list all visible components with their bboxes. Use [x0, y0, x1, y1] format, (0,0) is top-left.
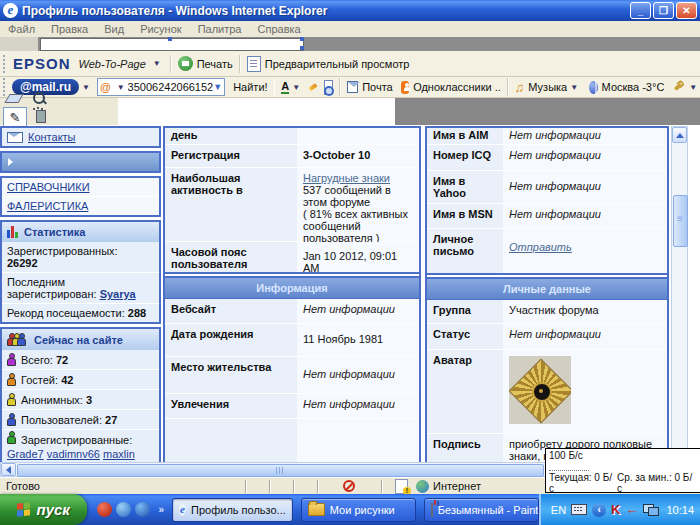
- music-icon[interactable]: ♫: [515, 81, 525, 94]
- row-label: Наибольшая активность в: [165, 168, 297, 241]
- user-link[interactable]: Grade7: [7, 448, 44, 460]
- selection-handle[interactable]: [300, 46, 304, 50]
- eraser-tool[interactable]: [3, 89, 25, 107]
- toolbar-grip[interactable]: [3, 55, 8, 73]
- magnifier-tool[interactable]: [28, 89, 50, 107]
- task-button-ie[interactable]: e Профиль пользо...: [172, 498, 293, 522]
- web-to-page-button[interactable]: Web-To-Page: [79, 58, 146, 70]
- online-total-value: 72: [56, 354, 68, 366]
- weather-globe-icon[interactable]: [589, 81, 597, 94]
- scroll-up-button[interactable]: [672, 127, 687, 143]
- sidebar-item-handbooks[interactable]: СПРАВОЧНИКИ: [2, 178, 159, 197]
- search-input[interactable]: @ ▼ 35006242066152 ▼: [97, 78, 225, 96]
- selection-handle[interactable]: [300, 37, 304, 41]
- chevron-down-icon[interactable]: ▼: [213, 82, 222, 92]
- opera-icon[interactable]: [97, 502, 112, 517]
- sidebar-expand-row[interactable]: [2, 153, 159, 171]
- start-button[interactable]: пуск: [0, 494, 87, 525]
- handbooks-link[interactable]: СПРАВОЧНИКИ: [7, 181, 90, 193]
- arrow-up-icon: [676, 133, 684, 138]
- bar-chart-icon: [7, 226, 18, 238]
- scroll-left-button[interactable]: [1, 463, 16, 476]
- pencil-icon: ✎: [10, 110, 21, 125]
- menu-image[interactable]: Рисунок: [132, 23, 190, 35]
- minimize-button[interactable]: _: [630, 2, 651, 19]
- mail-icon[interactable]: [347, 81, 358, 93]
- task-button-my-pictures[interactable]: Мои рисунки: [301, 498, 416, 522]
- odnoklassniki-icon[interactable]: [401, 81, 409, 94]
- network-icon[interactable]: [643, 504, 658, 515]
- print-button[interactable]: Печать: [197, 58, 233, 70]
- menu-view[interactable]: Вид: [96, 23, 132, 35]
- menu-palette[interactable]: Палитра: [190, 23, 250, 35]
- vertical-scrollbar[interactable]: [671, 126, 688, 477]
- preview-icon[interactable]: [247, 56, 261, 72]
- font-size-icon[interactable]: A: [281, 80, 289, 94]
- restore-button[interactable]: ❐: [653, 2, 674, 19]
- sidebar-item-contacts[interactable]: Контакты: [2, 128, 159, 146]
- selection-handle[interactable]: [168, 37, 172, 41]
- language-indicator[interactable]: EN: [551, 504, 566, 516]
- highlighter-icon[interactable]: [309, 83, 318, 91]
- find-button[interactable]: Найти!: [233, 81, 267, 93]
- odnoklassniki-button[interactable]: Одноклассники ..: [413, 81, 501, 93]
- close-button[interactable]: ✕: [676, 2, 697, 19]
- print-icon[interactable]: [178, 56, 193, 71]
- music-button[interactable]: Музыка: [528, 81, 567, 93]
- weather-button[interactable]: Москва -3°C: [602, 81, 665, 93]
- statistics-header: Статистика: [2, 222, 159, 242]
- tray-clock[interactable]: 10:14: [666, 504, 694, 516]
- airbrush-tool[interactable]: [30, 107, 52, 125]
- airbrush-icon: [36, 110, 46, 123]
- menu-file[interactable]: Файл: [0, 23, 43, 35]
- chevron-down-icon[interactable]: ▼: [153, 59, 161, 68]
- tools-wrench-icon[interactable]: [674, 83, 683, 91]
- send-message-link[interactable]: Отправить: [509, 241, 572, 253]
- table-row: Номер ICQ Нет информации: [427, 145, 667, 171]
- vertical-scroll-thumb[interactable]: [673, 195, 688, 247]
- quicktime-icon[interactable]: [116, 502, 131, 517]
- search-at-icon[interactable]: @: [100, 81, 111, 93]
- pencil-tool[interactable]: ✎: [3, 107, 27, 127]
- row-label: Имя в AIM: [427, 128, 503, 144]
- quick-launch: »: [97, 502, 164, 517]
- online-anon-row: Анонимных: 3: [2, 390, 159, 410]
- blocked-popup-icon[interactable]: [343, 480, 355, 492]
- page-warning-icon[interactable]: [395, 479, 408, 494]
- row-label: Место жительства: [165, 357, 297, 393]
- menu-help[interactable]: Справка: [250, 23, 309, 35]
- row-label: день: [165, 128, 297, 144]
- person-icon: [7, 353, 16, 366]
- table-row: Аватар: [427, 350, 667, 434]
- forum-link[interactable]: Нагрудные знаки: [303, 172, 390, 184]
- chevron-down-icon[interactable]: ▼: [82, 83, 90, 92]
- user-link[interactable]: maxlin: [103, 448, 135, 460]
- screen: e Профиль пользователя - Windows Interne…: [0, 0, 700, 525]
- traffic-monitor-popup: 100 Б/с Текущая: 0 Б/с Ср. за мин.: 0 Б/…: [545, 448, 700, 493]
- last-registered-user-link[interactable]: Syarya: [100, 288, 136, 300]
- kaspersky-icon[interactable]: K: [611, 502, 620, 517]
- download-arrow-icon[interactable]: ←: [625, 502, 638, 517]
- user-link[interactable]: vadimnv66: [47, 448, 100, 460]
- hide-icons-button[interactable]: ‹: [592, 503, 606, 517]
- preview-button[interactable]: Предварительный просмотр: [265, 58, 410, 70]
- mail-button[interactable]: Почта: [362, 81, 393, 93]
- chevron-down-icon[interactable]: ▼: [689, 83, 697, 92]
- paint-selection-box[interactable]: [40, 38, 304, 51]
- horizontal-scroll-thumb[interactable]: [17, 464, 544, 477]
- chevron-down-icon[interactable]: ▼: [117, 83, 125, 92]
- quick-launch-overflow-chevron[interactable]: »: [158, 504, 164, 515]
- sidebar-item-faleristics[interactable]: ФАЛЕРИСТИКА: [2, 197, 159, 215]
- contacts-link[interactable]: Контакты: [28, 131, 76, 143]
- search-value[interactable]: 35006242066152: [128, 81, 214, 93]
- task-button-paint[interactable]: Безымянный - Paint: [424, 498, 539, 522]
- menu-edit[interactable]: Правка: [43, 23, 96, 35]
- row-value: Нет информации: [503, 145, 667, 170]
- chevron-down-icon[interactable]: ▼: [292, 83, 300, 92]
- chevron-down-icon[interactable]: ▼: [570, 83, 578, 92]
- media-player-icon[interactable]: [135, 502, 150, 517]
- page-search-icon[interactable]: [324, 80, 334, 95]
- table-row: Часовой пояс пользователя Jan 10 2012, 0…: [165, 242, 419, 272]
- keyboard-icon[interactable]: [571, 504, 587, 515]
- faleristics-link[interactable]: ФАЛЕРИСТИКА: [7, 200, 88, 212]
